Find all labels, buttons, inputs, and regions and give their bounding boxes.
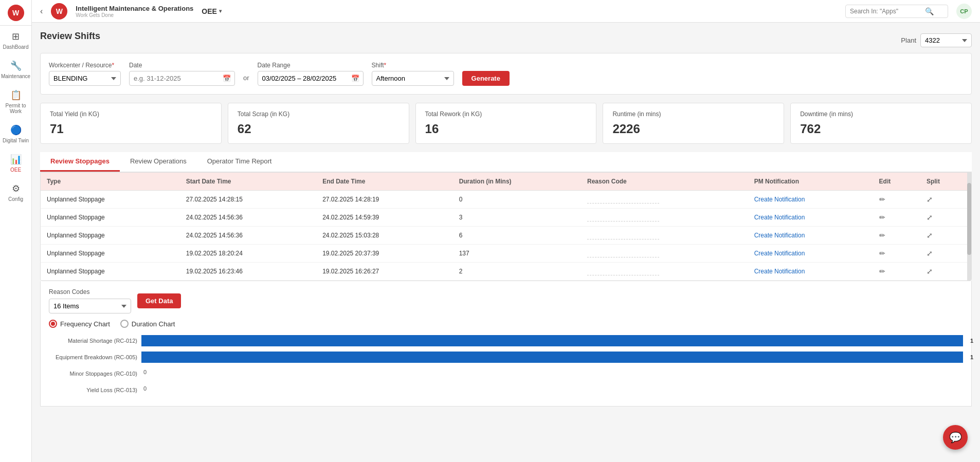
cell-duration: 137 (453, 245, 581, 263)
sidebar-logo: W (0, 0, 32, 26)
create-notification-link[interactable]: Create Notification (754, 268, 805, 275)
cell-edit[interactable]: ✏ (873, 191, 920, 209)
main-content: Review Shifts Plant 4322 Workcenter / Re… (32, 23, 980, 462)
date-filter: Date 📅 (129, 62, 235, 86)
col-edit: Edit (873, 173, 920, 191)
kpi-title-4: Downtime (in mins) (800, 110, 962, 118)
topbar-logo: W (51, 0, 67, 24)
sidebar-item-dashboard[interactable]: ⊞ DashBoard (0, 26, 32, 55)
tab-operations[interactable]: Review Operations (120, 152, 197, 172)
split-icon[interactable]: ⤢ (927, 213, 933, 221)
sidebar-item-maintenance-label: Maintenance (1, 73, 30, 79)
plant-label: Plant (901, 36, 916, 44)
date-range-input[interactable] (258, 71, 364, 86)
digitaltwin-icon: 🔵 (10, 124, 22, 136)
kpi-value-1: 62 (238, 122, 400, 136)
kpi-title-2: Total Rework (in KG) (425, 110, 587, 118)
create-notification-link[interactable]: Create Notification (754, 196, 805, 203)
create-notification-link[interactable]: Create Notification (754, 214, 805, 221)
sidebar-item-digitaltwin[interactable]: 🔵 Digital Twin (0, 119, 32, 149)
chart-bar-row: Minor Stoppages (RC-010) 0 (49, 366, 963, 381)
table-scrollbar[interactable] (967, 173, 971, 281)
or-text: or (243, 74, 249, 86)
split-icon[interactable]: ⤢ (927, 267, 933, 275)
create-notification-link[interactable]: Create Notification (754, 250, 805, 257)
sidebar-item-permit[interactable]: 📋 Permit to Work (0, 84, 32, 119)
table-scroll-wrap: Type Start Date Time End Date Time Durat… (41, 173, 971, 281)
kpi-value-2: 16 (425, 122, 587, 136)
search-bar[interactable]: 🔍 (845, 5, 948, 18)
split-icon[interactable]: ⤢ (927, 231, 933, 239)
shift-label: Shift* (372, 62, 454, 69)
reason-codes-select[interactable]: 16 Items (49, 299, 131, 313)
cell-pm-notification: Create Notification (748, 191, 873, 209)
cell-type: Unplanned Stoppage (41, 245, 180, 263)
cell-pm-notification: Create Notification (748, 245, 873, 263)
sidebar-item-config[interactable]: ⚙ Config (0, 178, 32, 207)
edit-icon[interactable]: ✏ (879, 249, 885, 257)
tab-operator[interactable]: Operator Time Report (197, 152, 282, 172)
frequency-chart-radio[interactable]: Frequency Chart (49, 320, 110, 328)
sidebar-item-oee[interactable]: 📊 OEE (0, 149, 32, 178)
cell-type: Unplanned Stoppage (41, 263, 180, 281)
bar-container: 1 (141, 352, 963, 363)
cell-edit[interactable]: ✏ (873, 227, 920, 245)
shift-select[interactable]: Afternoon (372, 71, 454, 86)
back-button[interactable]: ‹ (40, 7, 43, 16)
edit-icon[interactable]: ✏ (879, 231, 885, 239)
topbar-app-tagline: Work Gets Done (76, 12, 193, 18)
sidebar-item-config-label: Config (8, 196, 23, 202)
cell-reason-code (581, 191, 748, 209)
kpi-card-4: Downtime (in mins) 762 (790, 103, 972, 144)
kpi-title-3: Runtime (in mins) (612, 110, 774, 118)
bar-chart: Material Shortage (RC-012) 1 Equipment B… (49, 333, 963, 398)
kpi-card-0: Total Yield (in KG) 71 (40, 103, 222, 144)
generate-button[interactable]: Generate (462, 71, 510, 86)
cell-split[interactable]: ⤢ (920, 209, 971, 227)
cell-duration: 2 (453, 263, 581, 281)
date-input-wrap[interactable]: 📅 (129, 71, 235, 86)
cell-split[interactable]: ⤢ (920, 227, 971, 245)
workcenter-select[interactable]: BLENDING (49, 71, 121, 86)
cell-edit[interactable]: ✏ (873, 245, 920, 263)
tabs-bar: Review Stoppages Review Operations Opera… (40, 152, 972, 172)
split-icon[interactable]: ⤢ (927, 195, 933, 204)
cell-edit[interactable]: ✏ (873, 263, 920, 281)
col-pm-notification: PM Notification (748, 173, 873, 191)
date-input[interactable] (129, 71, 235, 86)
cell-type: Unplanned Stoppage (41, 191, 180, 209)
permit-icon: 📋 (10, 89, 22, 101)
user-avatar[interactable]: CP (956, 4, 972, 19)
edit-icon[interactable]: ✏ (879, 195, 885, 204)
chart-bar-row: Material Shortage (RC-012) 1 (49, 333, 963, 348)
get-data-button[interactable]: Get Data (137, 293, 181, 308)
cell-start: 19.02.2025 18:20:24 (180, 245, 316, 263)
cell-edit[interactable]: ✏ (873, 209, 920, 227)
sidebar-item-maintenance[interactable]: 🔧 Maintenance (0, 55, 32, 84)
create-notification-link[interactable]: Create Notification (754, 232, 805, 239)
cell-split[interactable]: ⤢ (920, 245, 971, 263)
search-input[interactable] (850, 8, 922, 15)
edit-icon[interactable]: ✏ (879, 213, 885, 221)
reason-section: Reason Codes 16 Items Get Data Frequency… (40, 281, 972, 406)
bar-value: 1 (970, 354, 973, 360)
date-range-input-wrap[interactable]: 📅 (258, 71, 364, 86)
edit-icon[interactable]: ✏ (879, 267, 885, 275)
topbar-app-name: Intelligent Maintenance & Operations (76, 5, 193, 12)
bar-value: 1 (970, 338, 973, 344)
topbar-brand: Intelligent Maintenance & Operations Wor… (76, 5, 193, 18)
tab-stoppages[interactable]: Review Stoppages (40, 152, 120, 172)
cell-start: 24.02.2025 14:56:36 (180, 209, 316, 227)
table-scrollbar-thumb[interactable] (967, 183, 971, 255)
cell-type: Unplanned Stoppage (41, 209, 180, 227)
duration-chart-radio[interactable]: Duration Chart (120, 320, 175, 328)
split-icon[interactable]: ⤢ (927, 249, 933, 257)
sidebar-item-dashboard-label: DashBoard (3, 44, 28, 50)
chat-fab-button[interactable]: 💬 (943, 425, 968, 450)
cell-split[interactable]: ⤢ (920, 263, 971, 281)
plant-select[interactable]: 4322 (920, 33, 972, 47)
cell-split[interactable]: ⤢ (920, 191, 971, 209)
cell-reason-code (581, 209, 748, 227)
chat-icon: 💬 (949, 431, 962, 443)
module-selector[interactable]: OEE ▾ (202, 7, 222, 15)
